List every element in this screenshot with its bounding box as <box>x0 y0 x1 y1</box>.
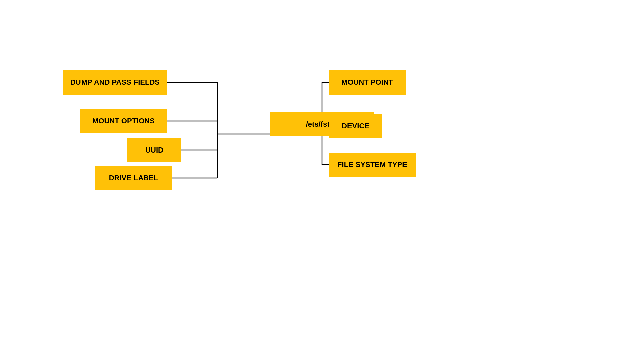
drive-label-node: DRIVE LABEL <box>95 166 172 190</box>
dump-node-label: DUMP AND PASS FIELDS <box>70 78 160 87</box>
uuid-node-label: UUID <box>145 146 163 155</box>
diagram-container: /ets/fstab DUMP AND PASS FIELDS MOUNT OP… <box>0 0 644 362</box>
dump-node: DUMP AND PASS FIELDS <box>63 70 167 95</box>
mount-point-node-label: MOUNT POINT <box>341 78 393 87</box>
drive-label-node-label: DRIVE LABEL <box>109 174 158 182</box>
mount-point-node: MOUNT POINT <box>329 70 406 95</box>
file-system-type-node-label: FILE SYSTEM TYPE <box>337 160 407 169</box>
mount-options-node-label: MOUNT OPTIONS <box>92 117 155 125</box>
mount-options-node: MOUNT OPTIONS <box>80 109 167 133</box>
uuid-node: UUID <box>127 138 181 162</box>
file-system-type-node: FILE SYSTEM TYPE <box>329 153 416 177</box>
device-node: DEVICE <box>329 114 382 138</box>
device-node-label: DEVICE <box>342 122 369 130</box>
